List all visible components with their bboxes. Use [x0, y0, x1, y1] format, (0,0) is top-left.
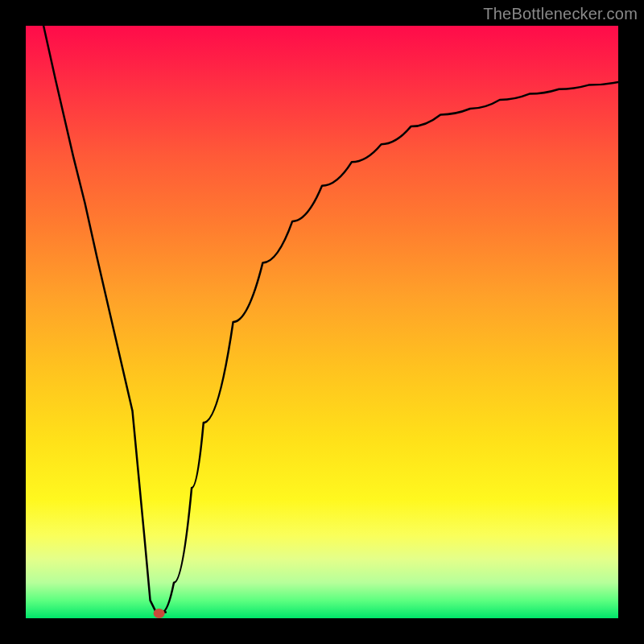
watermark-text: TheBottlenecker.com: [483, 5, 638, 23]
chart-frame: TheBottlenecker.com: [0, 0, 644, 644]
plot-area: [26, 26, 618, 618]
chart-svg: [26, 26, 618, 618]
bottleneck-curve: [43, 26, 618, 613]
optimal-point-marker: [154, 609, 165, 618]
